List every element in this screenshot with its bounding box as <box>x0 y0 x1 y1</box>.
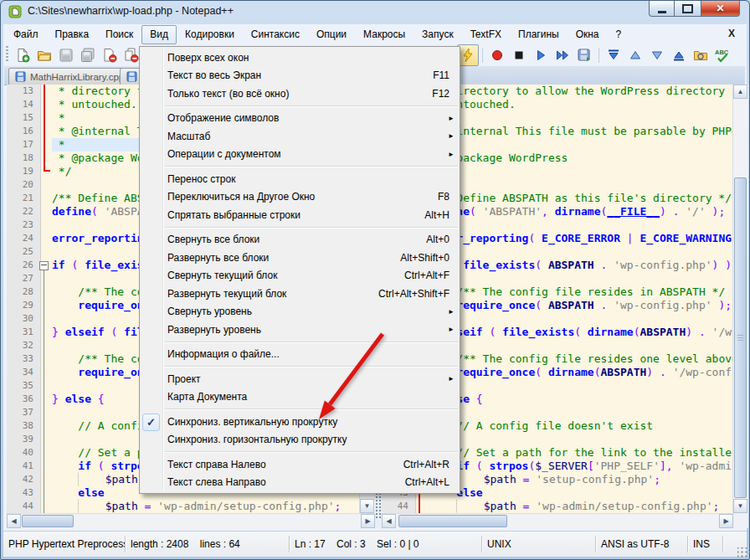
line-text[interactable]: require_once( dirname(ABSPATH) . '/wp-co… <box>430 366 748 379</box>
scroll-left-button[interactable]: ◀ <box>382 514 396 528</box>
toolbar-grip[interactable] <box>6 46 8 63</box>
fold-margin[interactable] <box>41 299 52 312</box>
fold-margin[interactable] <box>41 205 52 218</box>
line-text[interactable]: * <box>430 138 733 152</box>
line-number[interactable]: 14 <box>7 98 41 111</box>
menu-item-24[interactable]: ✓Синхрониз. вертикальную прокрутку <box>140 413 460 431</box>
menu-item-0[interactable]: Поверх всех окон <box>140 49 460 67</box>
doc-switcher-icon[interactable] <box>690 44 711 66</box>
line-number[interactable]: 24 <box>7 232 41 245</box>
menu-item-5[interactable]: Масштаб► <box>140 127 460 146</box>
fold-margin[interactable] <box>41 393 52 406</box>
fold-margin[interactable] <box>41 366 52 379</box>
fold-margin[interactable] <box>41 285 52 299</box>
line-number[interactable]: 20 <box>7 178 41 192</box>
fold-margin[interactable] <box>41 460 52 473</box>
save-all-icon[interactable] <box>77 44 99 66</box>
menu-item-27[interactable]: Текст справа НалевоCtrl+Alt+R <box>140 455 460 474</box>
line-number[interactable]: 29 <box>7 299 41 312</box>
resize-grip[interactable] <box>737 547 748 558</box>
line-number[interactable]: 39 <box>7 433 41 446</box>
line-text[interactable] <box>430 312 733 326</box>
menubar-item-2[interactable]: Поиск <box>97 25 141 44</box>
fold-margin[interactable] <box>41 98 52 111</box>
line-number[interactable]: 16 <box>7 125 41 138</box>
line-text[interactable] <box>430 272 733 285</box>
fold-margin[interactable] <box>41 232 52 245</box>
menu-item-4[interactable]: Отображение символов► <box>140 110 460 128</box>
scroll-thumb[interactable] <box>398 515 507 527</box>
expand-all-icon[interactable] <box>668 44 690 66</box>
fold-margin[interactable] <box>41 339 52 352</box>
save-icon[interactable] <box>55 44 77 66</box>
playback-macro-icon[interactable] <box>530 44 552 66</box>
fold-margin[interactable] <box>41 446 52 460</box>
title-bar[interactable]: C:\Sites\newharrix\wp-load.php - Notepad… <box>0 0 750 24</box>
line-number[interactable]: 36 <box>7 393 41 406</box>
fold-margin[interactable] <box>41 192 52 205</box>
fold-margin[interactable] <box>41 500 52 513</box>
close-icon[interactable] <box>99 44 121 66</box>
line-number[interactable]: 21 <box>7 192 41 205</box>
line-number[interactable]: 34 <box>7 366 41 379</box>
line-text[interactable]: /** The config file resides in ABSPATH *… <box>430 285 733 299</box>
horizontal-scrollbar-right[interactable]: ◀ ▶ <box>382 513 733 528</box>
menu-item-13[interactable]: Развернуть все блокиAlt+Shift+0 <box>140 249 460 267</box>
line-text[interactable]: } else { <box>430 393 733 406</box>
line-number[interactable]: 40 <box>7 446 41 460</box>
line-number[interactable]: 41 <box>7 460 41 473</box>
line-text[interactable] <box>430 218 733 232</box>
line-number[interactable]: 28 <box>7 285 41 299</box>
minimize-button[interactable] <box>649 1 675 17</box>
scroll-right-button[interactable]: ▶ <box>719 514 733 528</box>
line-number[interactable]: 32 <box>7 339 41 352</box>
line-text[interactable]: require_once( ABSPATH . 'wp-config.php' … <box>430 299 733 312</box>
maximize-button[interactable] <box>675 1 701 17</box>
fold-margin[interactable] <box>41 473 52 486</box>
menu-item-17[interactable]: Развернуть уровень► <box>140 321 460 339</box>
line-text[interactable] <box>430 406 733 419</box>
line-text[interactable]: * @package WordPress <box>430 152 733 165</box>
line-text[interactable] <box>430 339 733 352</box>
fold-margin[interactable] <box>41 379 52 393</box>
menubar-item-11[interactable]: Окна <box>568 25 608 44</box>
save-macro-icon[interactable] <box>573 44 595 66</box>
menu-item-14[interactable]: Свернуть текущий блокCtrl+Alt+F <box>140 267 460 285</box>
menubar-item-4[interactable]: Кодировки <box>177 25 243 44</box>
scroll-left-button[interactable]: ◀ <box>7 514 21 528</box>
line-text[interactable]: * @internal This file must be parsable b… <box>430 125 745 138</box>
stop-recording-icon[interactable] <box>508 44 530 66</box>
menu-item-25[interactable]: Синхрониз. горизонтальную прокрутку <box>140 431 460 450</box>
scroll-right-button[interactable]: ▶ <box>361 514 375 528</box>
line-text[interactable]: if ( strpos($_SERVER['PHP_SELF'], 'wp-ad… <box>430 460 748 473</box>
line-text[interactable]: * directory to allow the WordPress direc… <box>430 85 748 98</box>
line-text[interactable] <box>430 178 733 192</box>
fold-margin[interactable] <box>41 218 52 232</box>
scroll-thumb[interactable] <box>734 177 747 498</box>
fold-margin[interactable] <box>41 165 52 178</box>
menubar-item-8[interactable]: Запуск <box>414 25 462 44</box>
line-number[interactable]: 44 <box>7 500 41 513</box>
line-text[interactable] <box>430 245 733 259</box>
menubar-item-10[interactable]: Плагины <box>510 25 568 44</box>
line-text[interactable]: $path = 'setup-config.php'; <box>430 473 733 486</box>
line-number[interactable]: 26 <box>7 259 41 272</box>
close-button[interactable]: ✕ <box>701 1 740 17</box>
line-number[interactable]: 27 <box>7 272 41 285</box>
menu-item-16[interactable]: Свернуть уровень► <box>140 303 460 321</box>
triangle-up-icon[interactable] <box>624 44 646 66</box>
scroll-down-button[interactable]: ▼ <box>360 499 374 513</box>
line-number[interactable]: 15 <box>7 111 41 125</box>
scroll-up-button[interactable]: ▲ <box>733 85 747 99</box>
menu-item-2[interactable]: Только текст (во всё окно)F12 <box>140 85 460 103</box>
vertical-scrollbar-right[interactable]: ▲ ▼ <box>732 85 748 513</box>
scroll-thumb[interactable] <box>22 515 74 527</box>
menu-item-9[interactable]: Переключиться на Другое ОкноF8 <box>140 188 460 207</box>
line-number[interactable]: 33 <box>7 352 41 366</box>
horizontal-scrollbar-left[interactable]: ◀ ▶ <box>7 513 375 528</box>
line-text[interactable]: if ( file_exists( ABSPATH . 'wp-config.p… <box>430 259 745 272</box>
line-text[interactable]: define( 'ABSPATH', dirname(__FILE__) . '… <box>430 205 733 218</box>
menu-item-21[interactable]: Проект► <box>140 370 460 388</box>
menu-item-22[interactable]: Карта Документа <box>140 388 460 407</box>
line-number[interactable]: 18 <box>7 152 41 165</box>
